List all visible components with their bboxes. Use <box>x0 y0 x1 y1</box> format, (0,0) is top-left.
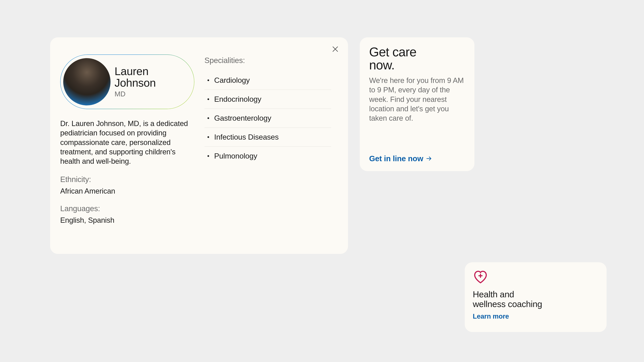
specialities-list: Cardiology Endocrinology Gastroenterolog… <box>204 71 331 165</box>
coaching-card: Health and wellness coaching Learn more <box>465 262 606 332</box>
profile-name-line1: Lauren <box>114 65 148 77</box>
close-icon[interactable] <box>331 45 339 53</box>
profile-header-pill: Lauren Johnson MD <box>60 54 194 109</box>
profile-left-column: Lauren Johnson MD Dr. Lauren Johnson, MD… <box>60 47 194 244</box>
arrow-right-icon <box>426 155 432 162</box>
specialities-label: Specialities: <box>204 56 331 65</box>
coaching-title: Health and wellness coaching <box>473 290 598 309</box>
heart-plus-icon <box>473 270 598 285</box>
get-in-line-label: Get in line now <box>369 154 423 163</box>
get-in-line-link[interactable]: Get in line now <box>369 154 465 163</box>
profile-name-line2: Johnson <box>114 77 156 89</box>
doctor-profile-card: Lauren Johnson MD Dr. Lauren Johnson, MD… <box>50 37 348 254</box>
profile-bio: Dr. Lauren Johnson, MD, is a dedicated p… <box>60 119 194 166</box>
care-title-line2: now. <box>369 58 394 72</box>
speciality-item: Infectious Diseases <box>204 128 331 147</box>
speciality-item: Cardiology <box>204 71 331 90</box>
profile-credential: MD <box>114 90 156 98</box>
avatar <box>63 58 110 105</box>
ethnicity-label: Ethnicity: <box>60 175 194 184</box>
coaching-title-line1: Health and <box>473 290 514 299</box>
care-title-line1: Get care <box>369 45 416 59</box>
languages-value: English, Spanish <box>60 216 194 224</box>
get-care-card: Get care now. We're here for you from 9 … <box>360 37 474 171</box>
languages-label: Languages: <box>60 204 194 213</box>
coaching-title-line2: wellness coaching <box>473 299 542 309</box>
get-care-body: We're here for you from 9 AM to 9 PM, ev… <box>369 76 465 123</box>
ethnicity-value: African American <box>60 187 194 195</box>
learn-more-link[interactable]: Learn more <box>473 313 598 320</box>
speciality-item: Gastroenterology <box>204 109 331 128</box>
speciality-item: Pulmonology <box>204 147 331 165</box>
profile-right-column: Specialities: Cardiology Endocrinology G… <box>204 47 338 244</box>
speciality-item: Endocrinology <box>204 90 331 109</box>
profile-name-block: Lauren Johnson MD <box>114 65 156 98</box>
profile-name: Lauren Johnson <box>114 65 156 89</box>
get-care-title: Get care now. <box>369 45 465 71</box>
